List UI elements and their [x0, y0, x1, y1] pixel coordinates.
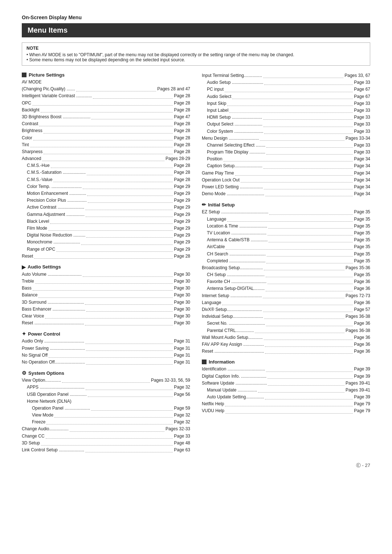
dotted-line — [54, 417, 173, 418]
dotted-line — [266, 277, 353, 277]
dotted-line — [85, 210, 173, 210]
menu-entry: Favorite CH ............................… — [202, 278, 370, 285]
menu-entry: TV Location ............................… — [202, 230, 370, 237]
menu-entry: Audio Setup ..........................Pa… — [202, 79, 370, 86]
menu-entry: Individual Setup........................… — [202, 313, 370, 320]
entry-label: Balance — [22, 292, 37, 299]
entry-label: CH Search .............................. — [207, 251, 266, 258]
page-ref: Page 39 — [354, 366, 370, 373]
entry-label: Home Network (DLNA) — [27, 398, 72, 405]
dotted-line — [225, 406, 353, 406]
entry-label: Auto Update Setting............... — [207, 394, 264, 401]
dotted-line — [88, 397, 173, 397]
dotted-line — [268, 284, 353, 284]
dotted-line — [41, 445, 173, 446]
dotted-line — [268, 228, 353, 229]
menu-entry: SharpnessPage 28 — [22, 148, 190, 155]
dotted-line — [70, 431, 164, 432]
note-line-2: • Some menu items may not be displayed d… — [26, 57, 366, 62]
page-ref: Page 32 — [174, 419, 190, 426]
menu-entry: FAV APP Key Assign .................Page… — [202, 341, 370, 348]
page-ref: Page 35 — [354, 223, 370, 230]
section-title: On-Screen Display Menu — [22, 15, 370, 20]
left-column: Picture SettingsAV MODE(Changing Pic.Qua… — [22, 72, 190, 454]
dotted-line — [44, 133, 173, 134]
menu-entry: TintPage 28 — [22, 141, 190, 148]
page-ref: Pages 33-34 — [346, 135, 370, 142]
menu-entry: Range of OPCPage 29 — [22, 246, 190, 253]
menu-entry: CH Search ..............................… — [202, 251, 370, 258]
menu-entry: Change CCPage 33 — [22, 433, 190, 440]
dotted-line — [50, 223, 173, 224]
menu-entry: ContrastPage 28 — [22, 120, 190, 127]
menu-entry: Output Select .......................Pag… — [202, 121, 370, 128]
menu-entry: OPCPage 28 — [22, 100, 190, 107]
dotted-line — [264, 319, 344, 319]
menu-entry: Auto Volume ............................… — [22, 271, 190, 278]
page-ref: Page 34 — [354, 156, 370, 163]
menu-entry: Power LED Setting ...................Pag… — [202, 184, 370, 190]
menu-entry: 3D Brightness Boost ....................… — [22, 114, 190, 120]
entry-label: Location & Time ....................... — [207, 223, 267, 230]
dotted-line — [225, 413, 353, 414]
page-ref: Page 30 — [174, 306, 190, 313]
dotted-line — [224, 161, 353, 161]
menu-entry: C.M.S.-Saturation ...................Pag… — [22, 169, 190, 176]
menu-entry: View Option.............Pages 32-33, 56,… — [22, 377, 190, 384]
menu-entry: Caption Setup.......................Page… — [202, 163, 370, 169]
entry-label: Broadcasting Setup................... — [202, 264, 263, 271]
menu-entry: Identification .........................… — [202, 366, 370, 373]
dotted-line — [266, 372, 353, 372]
dotted-line — [229, 112, 353, 113]
page-ref: Page 35 — [354, 237, 370, 243]
entry-label: Parental CTRL............... — [207, 327, 254, 334]
section-block: ✏Initial SetupEZ Setup .................… — [202, 202, 370, 355]
entry-label: 3D Brightness Boost ....................… — [22, 114, 90, 120]
dotted-line — [76, 91, 156, 91]
page-ref: Page 33 — [174, 433, 190, 440]
page-ref: Page 67 — [354, 93, 370, 100]
dotted-line — [268, 385, 344, 386]
dotted-line — [33, 290, 173, 291]
page-ref: Page 33 — [354, 114, 370, 121]
entry-label: Active Contrast ...................... — [27, 204, 84, 211]
section-title-text: Audio Settings — [28, 264, 61, 270]
entry-label: Digital Noise Reduction .......... — [27, 232, 85, 239]
page-ref: Page 33 — [354, 128, 370, 135]
dotted-line — [44, 154, 173, 154]
menu-entry: Color Temp. .........................Pag… — [22, 183, 190, 190]
page-ref: Pages 39-41 — [346, 387, 370, 394]
dotted-line — [226, 249, 353, 250]
menu-entry: Software Update ........................… — [202, 380, 370, 387]
dotted-line — [265, 346, 353, 347]
page-ref: Page 28 — [174, 253, 190, 260]
section-title-text: Power Control — [28, 331, 60, 337]
menu-entry: PositionPage 34 — [202, 156, 370, 163]
dotted-line — [81, 245, 173, 245]
note-label: NOTE — [26, 46, 366, 51]
menu-entry: Wall Mount Audio Setup............Page 3… — [202, 334, 370, 341]
entry-label: Input Skip — [207, 100, 226, 107]
entry-label: Completed .............................. — [207, 258, 265, 264]
entry-label: USB Operation Panel .............. — [27, 391, 87, 398]
page-ref: Page 29 — [174, 183, 190, 190]
entry-label: No Operation Off........................… — [22, 359, 85, 366]
dotted-line — [268, 235, 353, 235]
page-ref: Page 47 — [174, 114, 190, 120]
dotted-line — [32, 105, 173, 106]
dotted-line — [83, 189, 173, 189]
page-ref: Page 31 — [174, 345, 190, 352]
menu-entry: Active Contrast ......................Pa… — [22, 204, 190, 211]
menu-entry: BacklightPage 28 — [22, 107, 190, 114]
dotted-line — [263, 119, 353, 120]
right-column: Input Terminal Setting...............Pag… — [202, 72, 370, 454]
entry-label: Input Label — [207, 107, 228, 114]
page-ref: Page 28 — [174, 93, 190, 99]
dotted-line — [86, 217, 173, 217]
menu-entry: Reset ..................................… — [22, 320, 190, 327]
dotted-line — [269, 242, 353, 242]
dotted-line — [51, 168, 173, 168]
entry-label: Tint — [22, 141, 29, 148]
menu-entry: Channel Selecting Effect ........Page 33 — [202, 142, 370, 149]
page-ref: Page 36 — [354, 285, 370, 292]
